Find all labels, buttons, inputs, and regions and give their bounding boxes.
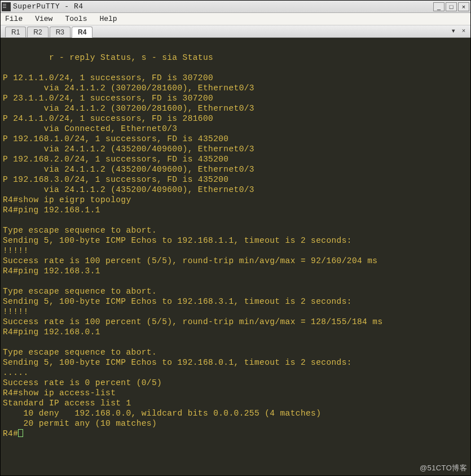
window-buttons: _ □ × [432, 2, 469, 11]
terminal-cursor [18, 429, 23, 437]
window-title: SuperPuTTY - R4 [13, 2, 432, 11]
maximize-button[interactable]: □ [446, 2, 457, 11]
menu-help[interactable]: Help [99, 15, 117, 23]
app-icon [2, 2, 11, 11]
menu-view[interactable]: View [35, 15, 52, 23]
tab-close-icon[interactable]: × [459, 27, 468, 34]
tab-r2[interactable]: R2 [27, 27, 48, 37]
menu-bar: File View Tools Help [1, 13, 470, 25]
close-button[interactable]: × [458, 2, 469, 11]
title-bar: SuperPuTTY - R4 _ □ × [1, 1, 470, 13]
tab-dropdown-icon[interactable]: ▾ [449, 27, 458, 34]
terminal-output[interactable]: r - reply Status, s - sia Status P 12.1.… [1, 38, 470, 475]
menu-tools[interactable]: Tools [65, 15, 87, 23]
menu-file[interactable]: File [5, 15, 23, 23]
tab-strip: R1 R2 R3 R4 ▾ × [1, 25, 470, 38]
watermark-text: @51CTO博客 [420, 463, 467, 473]
terminal-prompt: R4# [3, 429, 18, 438]
tab-strip-controls: ▾ × [448, 27, 468, 34]
minimize-button[interactable]: _ [433, 2, 444, 11]
tab-r1[interactable]: R1 [5, 27, 26, 37]
tab-r4[interactable]: R4 [72, 27, 93, 38]
tab-r3[interactable]: R3 [50, 27, 71, 37]
